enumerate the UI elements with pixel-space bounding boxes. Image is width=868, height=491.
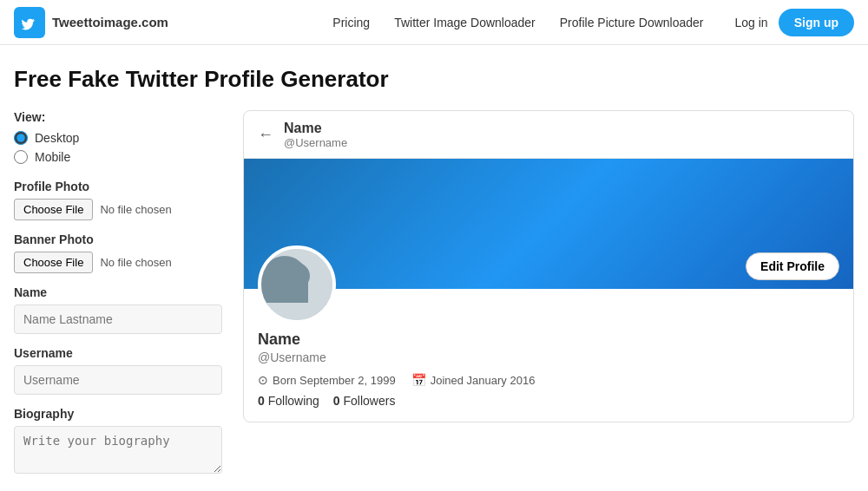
navbar: Tweettoimage.com Pricing Twitter Image D… xyxy=(0,0,868,45)
nav-link-pricing[interactable]: Pricing xyxy=(332,16,370,29)
following-label-text: Following xyxy=(268,394,319,408)
desktop-label: Desktop xyxy=(35,131,79,145)
joined-icon: 📅 xyxy=(411,373,426,387)
view-label: View: xyxy=(14,110,222,124)
back-arrow-icon[interactable]: ← xyxy=(258,126,273,144)
nav-logo: Tweettoimage.com xyxy=(14,7,168,38)
nav-link-profile-downloader[interactable]: Profile Picture Downloader xyxy=(560,16,704,29)
profile-stats: 0 Following 0 Followers xyxy=(258,394,839,408)
followers-stat: 0 Followers xyxy=(333,394,396,408)
profile-photo-label: Profile Photo xyxy=(14,180,222,193)
name-field-label: Name xyxy=(14,285,222,299)
page-content: Free Fake Twitter Profile Generator View… xyxy=(0,45,868,491)
biography-field-label: Biography xyxy=(14,407,222,421)
following-count: 0 xyxy=(258,394,265,408)
desktop-radio[interactable] xyxy=(14,131,28,145)
view-option-mobile[interactable]: Mobile xyxy=(14,150,222,164)
joined-meta: 📅 Joined January 2016 xyxy=(411,373,536,387)
born-text: Born September 2, 1999 xyxy=(273,374,396,387)
profile-photo-group: Profile Photo Choose File No file chosen xyxy=(14,180,222,220)
nav-links: Pricing Twitter Image Downloader Profile… xyxy=(332,16,703,29)
name-input[interactable] xyxy=(14,304,222,334)
followers-count: 0 xyxy=(333,394,340,408)
content-area: View: Desktop Mobile Profile Photo Choos… xyxy=(14,110,854,488)
profile-header-bar: ← Name @Username xyxy=(244,111,853,159)
logo-text: Tweettoimage.com xyxy=(52,15,168,29)
view-options: Desktop Mobile xyxy=(14,131,222,164)
username-field-label: Username xyxy=(14,346,222,360)
profile-photo-choose-button[interactable]: Choose File xyxy=(14,199,93,220)
avatar xyxy=(258,245,336,324)
banner-photo-row: Choose File No file chosen xyxy=(14,252,222,273)
born-meta: ⊙ Born September 2, 1999 xyxy=(258,373,396,387)
login-button[interactable]: Log in xyxy=(725,10,779,35)
logo-icon xyxy=(14,7,45,38)
born-icon: ⊙ xyxy=(258,373,268,387)
joined-text: Joined January 2016 xyxy=(431,374,536,387)
name-group: Name xyxy=(14,285,222,334)
followers-label-text: Followers xyxy=(344,394,396,408)
banner-photo-status: No file chosen xyxy=(100,256,171,269)
username-group: Username xyxy=(14,346,222,395)
following-stat: 0 Following xyxy=(258,394,319,408)
avatar-body xyxy=(261,256,308,303)
mobile-radio[interactable] xyxy=(14,150,28,164)
view-option-desktop[interactable]: Desktop xyxy=(14,131,222,145)
profile-meta: ⊙ Born September 2, 1999 📅 Joined Januar… xyxy=(258,373,839,387)
left-panel: View: Desktop Mobile Profile Photo Choos… xyxy=(14,110,222,488)
nav-link-image-downloader[interactable]: Twitter Image Downloader xyxy=(394,16,536,29)
header-display-name: Name xyxy=(284,120,347,136)
banner-photo-label: Banner Photo xyxy=(14,232,222,246)
banner-photo-choose-button[interactable]: Choose File xyxy=(14,252,93,273)
page-title: Free Fake Twitter Profile Generator xyxy=(14,66,854,93)
biography-group: Biography xyxy=(14,407,222,476)
signup-button[interactable]: Sign up xyxy=(779,9,854,36)
edit-profile-button[interactable]: Edit Profile xyxy=(746,252,839,280)
mobile-label: Mobile xyxy=(35,150,70,164)
biography-input[interactable] xyxy=(14,426,222,474)
header-name-block: Name @Username xyxy=(284,120,347,149)
profile-display-name: Name xyxy=(258,331,839,349)
profile-photo-row: Choose File No file chosen xyxy=(14,199,222,220)
profile-preview: ← Name @Username Edi xyxy=(243,110,854,422)
profile-photo-status: No file chosen xyxy=(100,203,171,216)
header-username: @Username xyxy=(284,136,347,149)
profile-username: @Username xyxy=(258,350,839,364)
banner-photo-group: Banner Photo Choose File No file chosen xyxy=(14,232,222,273)
username-input[interactable] xyxy=(14,365,222,395)
profile-body: Edit Profile Name @Username ⊙ Born Septe… xyxy=(244,245,853,422)
